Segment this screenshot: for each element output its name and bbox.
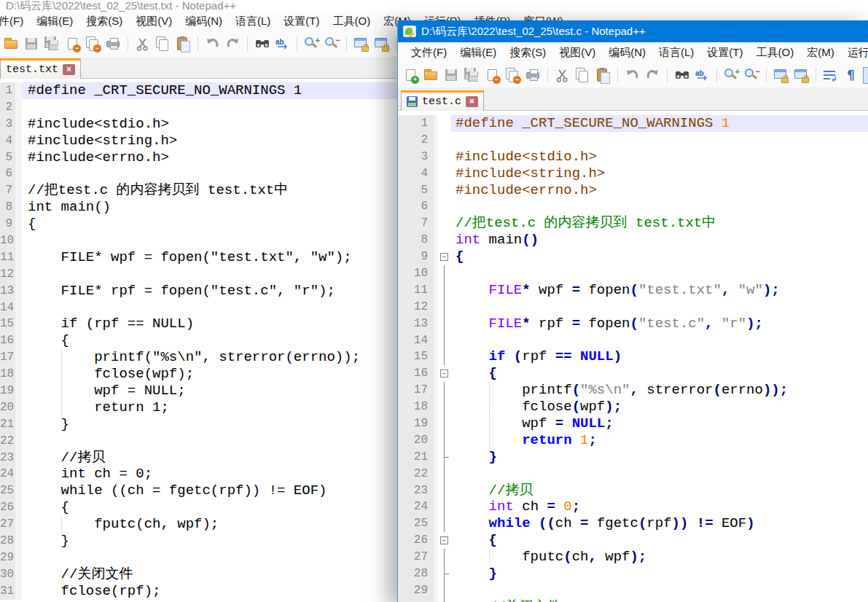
title-bar[interactable]: D:\码云库\2022\test_02_25\test.c - Notepad+… xyxy=(398,20,868,42)
bookmark-margin[interactable] xyxy=(15,283,22,300)
fold-margin[interactable]: − xyxy=(438,532,451,549)
bookmark-margin[interactable] xyxy=(15,249,22,266)
menu-item-语言[interactable]: 语言(L) xyxy=(229,12,277,31)
code-text xyxy=(451,466,868,482)
bookmark-margin[interactable] xyxy=(15,566,22,583)
bookmark-margin[interactable] xyxy=(15,232,22,249)
fold-margin[interactable]: − xyxy=(438,249,451,265)
cut-icon[interactable] xyxy=(134,36,151,52)
replace-icon[interactable]: ab xyxy=(274,36,291,52)
bookmark-margin[interactable] xyxy=(15,316,22,332)
sync-vertical-scroll-icon[interactable] xyxy=(353,36,370,52)
close-all-icon[interactable]: − xyxy=(504,67,521,84)
redo-icon[interactable] xyxy=(224,36,241,52)
bookmark-margin[interactable] xyxy=(15,133,22,149)
menu-item-运行[interactable]: 运行(R) xyxy=(841,44,868,62)
print-icon[interactable] xyxy=(105,36,122,52)
sync-vertical-scroll-icon[interactable] xyxy=(773,67,789,84)
bookmark-margin[interactable] xyxy=(15,450,22,466)
menu-item-语言[interactable]: 语言(L) xyxy=(652,44,700,62)
show-all-characters-icon[interactable]: ¶ xyxy=(842,67,859,84)
bookmark-margin[interactable] xyxy=(15,99,22,116)
zoom-in-icon[interactable]: + xyxy=(723,67,740,84)
menu-item-工具[interactable]: 工具(O) xyxy=(326,12,377,31)
bookmark-margin[interactable] xyxy=(15,516,22,533)
bookmark-margin[interactable] xyxy=(15,416,22,433)
bookmark-margin[interactable] xyxy=(15,116,22,133)
menu-item-设置[interactable]: 设置(T) xyxy=(277,12,326,31)
cut-icon[interactable] xyxy=(554,67,571,84)
open-file-icon[interactable] xyxy=(3,36,20,52)
sync-horizontal-scroll-icon[interactable] xyxy=(373,36,390,52)
paste-icon[interactable] xyxy=(175,36,192,52)
bookmark-margin[interactable] xyxy=(15,82,22,99)
close-all-icon[interactable]: − xyxy=(85,36,101,52)
menu-item-工具[interactable]: 工具(O) xyxy=(749,44,800,62)
save-all-icon[interactable] xyxy=(464,67,480,84)
close-file-icon[interactable]: − xyxy=(64,36,81,52)
zoom-in-icon[interactable]: + xyxy=(303,36,320,52)
bookmark-margin[interactable] xyxy=(15,482,22,499)
bookmark-margin[interactable] xyxy=(15,366,22,383)
copy-icon[interactable] xyxy=(155,36,171,52)
save-all-icon[interactable] xyxy=(44,36,60,52)
copy-icon[interactable] xyxy=(574,67,591,84)
sync-horizontal-scroll-icon[interactable] xyxy=(793,67,810,84)
tab-test-txt[interactable]: test.txt × xyxy=(0,58,81,79)
menu-item-文件[interactable]: 文件(F) xyxy=(404,44,453,62)
bookmark-margin[interactable] xyxy=(15,216,22,232)
tab-close-icon[interactable]: × xyxy=(466,96,478,107)
bookmark-margin[interactable] xyxy=(15,499,22,516)
save-icon[interactable] xyxy=(443,67,460,84)
find-icon[interactable] xyxy=(673,67,690,84)
menu-item-宏[interactable]: 宏(M) xyxy=(800,44,841,62)
fold-margin[interactable]: − xyxy=(438,365,451,382)
menu-item-设置[interactable]: 设置(T) xyxy=(700,44,749,62)
print-icon[interactable] xyxy=(525,67,541,84)
menu-item-编辑[interactable]: 编辑(E) xyxy=(453,44,503,62)
bookmark-margin[interactable] xyxy=(15,533,22,550)
open-file-icon[interactable] xyxy=(423,67,439,84)
replace-icon[interactable]: ab xyxy=(694,67,711,84)
bookmark-margin[interactable] xyxy=(15,399,22,416)
tab-close-icon[interactable]: × xyxy=(63,64,75,75)
undo-icon[interactable] xyxy=(204,36,221,52)
tab-test-c[interactable]: test.c × xyxy=(401,90,484,111)
bookmark-margin[interactable] xyxy=(15,199,22,216)
bookmark-margin[interactable] xyxy=(15,266,22,283)
menu-item-搜索[interactable]: 搜索(S) xyxy=(79,12,129,31)
indent-guide-icon[interactable] xyxy=(863,67,868,84)
bookmark-margin[interactable] xyxy=(15,300,22,316)
menu-item-视图[interactable]: 视图(V) xyxy=(129,12,179,31)
indent-guide-line xyxy=(489,549,490,566)
menu-item-编码[interactable]: 编码(N) xyxy=(602,44,652,62)
bookmark-margin[interactable] xyxy=(15,383,22,399)
menu-item-文件[interactable]: 文件(F) xyxy=(0,12,30,31)
bookmark-margin[interactable] xyxy=(15,583,22,600)
bookmark-margin[interactable] xyxy=(15,466,22,482)
bookmark-margin[interactable] xyxy=(15,332,22,349)
code-editor-area[interactable]: 1#define _CRT_SECURE_NO_WARNINGS 123#inc… xyxy=(398,111,868,602)
undo-icon[interactable] xyxy=(624,67,641,84)
toolbar-separator xyxy=(547,68,548,82)
menu-item-编辑[interactable]: 编辑(E) xyxy=(30,12,79,31)
bookmark-margin[interactable] xyxy=(15,182,22,199)
bookmark-margin[interactable] xyxy=(15,550,22,566)
zoom-out-icon[interactable]: − xyxy=(324,36,340,52)
save-icon[interactable] xyxy=(23,36,40,52)
menu-item-视图[interactable]: 视图(V) xyxy=(552,44,602,62)
menu-item-编码[interactable]: 编码(N) xyxy=(179,12,229,31)
bookmark-margin[interactable] xyxy=(15,349,22,366)
zoom-out-icon[interactable]: − xyxy=(743,67,760,84)
redo-icon[interactable] xyxy=(644,67,661,84)
find-icon[interactable] xyxy=(254,36,270,52)
bookmark-margin[interactable] xyxy=(15,165,22,182)
new-file-icon[interactable]: + xyxy=(402,67,419,84)
line-number: 18 xyxy=(398,399,434,415)
bookmark-margin[interactable] xyxy=(15,149,22,166)
close-file-icon[interactable]: − xyxy=(484,67,501,84)
menu-item-搜索[interactable]: 搜索(S) xyxy=(503,44,552,62)
word-wrap-icon[interactable]: ↲ xyxy=(822,67,839,84)
paste-icon[interactable] xyxy=(595,67,611,84)
bookmark-margin[interactable] xyxy=(15,433,22,450)
